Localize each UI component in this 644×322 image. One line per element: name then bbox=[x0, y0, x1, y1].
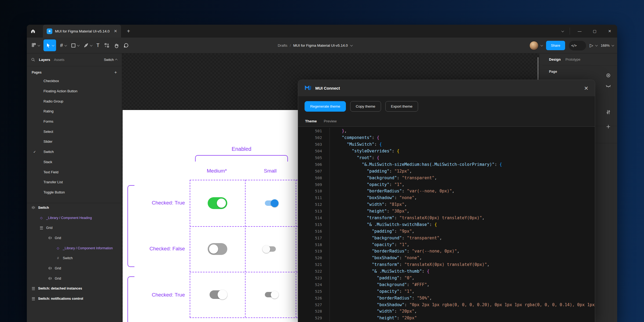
search-icon[interactable] bbox=[31, 58, 35, 62]
code-line: 525 "opacity": "1", bbox=[298, 288, 595, 295]
line-number: 509 bbox=[298, 181, 330, 188]
page-item-label: Switch bbox=[43, 150, 54, 154]
switch-unchecked-small[interactable] bbox=[265, 246, 276, 252]
account-menu[interactable] bbox=[529, 41, 542, 50]
switch-checked-medium-compact[interactable] bbox=[210, 290, 225, 299]
pen-tool-button[interactable] bbox=[81, 39, 94, 51]
page-item[interactable]: Forms bbox=[27, 116, 122, 127]
move-tool-button[interactable] bbox=[43, 39, 56, 51]
breadcrumb-drafts[interactable]: Drafts bbox=[278, 43, 287, 47]
switch-checked-small[interactable] bbox=[265, 292, 276, 297]
page-item[interactable]: Rating bbox=[27, 106, 122, 116]
tab-layers[interactable]: Layers bbox=[39, 58, 50, 62]
zoom-menu[interactable]: 168% bbox=[601, 43, 613, 47]
shape-tool-button[interactable] bbox=[69, 39, 81, 51]
frame-icon bbox=[49, 236, 52, 239]
text-tool-button[interactable]: T bbox=[94, 39, 102, 51]
eye-closed-icon[interactable] bbox=[606, 81, 611, 92]
adjust-sliders-icon[interactable] bbox=[606, 107, 611, 118]
layer-row[interactable]: Grid bbox=[27, 263, 122, 273]
layer-row[interactable]: Grid bbox=[27, 223, 122, 233]
code-text: }, bbox=[330, 129, 347, 133]
page-item[interactable]: Checkbox bbox=[27, 76, 122, 86]
present-menu[interactable]: ▷ bbox=[590, 43, 597, 48]
file-tab-title: MUI for Figma Material UI-v5.14.0 bbox=[55, 29, 109, 33]
window-menu-button[interactable] bbox=[555, 25, 570, 38]
row-label-1: Checked: True bbox=[126, 200, 185, 206]
export-theme-button[interactable]: Export theme bbox=[385, 101, 418, 112]
page-item[interactable]: Slider bbox=[27, 137, 122, 147]
layer-row[interactable]: Switch: notifications control bbox=[27, 294, 122, 304]
code-line: 527 "boxShadow": "0px 2px 1px rgba(0, 0,… bbox=[298, 301, 595, 308]
line-number: 520 bbox=[298, 255, 330, 261]
copy-theme-button[interactable]: Copy theme bbox=[350, 101, 381, 112]
page-item[interactable]: Floating Action Button bbox=[27, 86, 122, 96]
switch-checked-medium[interactable] bbox=[208, 197, 227, 209]
dev-mode-toggle[interactable]: </> bbox=[569, 41, 586, 50]
file-tab[interactable]: ❖ MUI for Figma Material UI-v5.14.0 ✕ bbox=[43, 25, 121, 38]
switch-unchecked-medium[interactable] bbox=[208, 243, 227, 255]
row-group-bracket bbox=[127, 276, 134, 322]
chevron-down-icon bbox=[90, 44, 93, 46]
window-controls: — ▢ ✕ bbox=[555, 25, 617, 38]
add-icon[interactable] bbox=[606, 121, 610, 132]
page-item[interactable]: Toggle Button bbox=[27, 187, 122, 197]
maximize-button[interactable]: ▢ bbox=[587, 25, 602, 38]
page-item[interactable]: Stack bbox=[27, 157, 122, 167]
dialog-close-icon[interactable]: ✕ bbox=[584, 85, 588, 92]
frame-tool-button[interactable]: # bbox=[58, 39, 69, 51]
text-icon: T bbox=[97, 43, 100, 48]
layer-row[interactable]: ◇_Library / Component Heading bbox=[27, 213, 122, 223]
line-number: 519 bbox=[298, 248, 330, 255]
switch-checked-small[interactable] bbox=[265, 200, 276, 206]
page-item[interactable]: Radio Group bbox=[27, 96, 122, 106]
code-line: 508 "background": "transparent", bbox=[298, 174, 595, 181]
layer-row[interactable]: ◇_Library / Component Information bbox=[27, 243, 122, 253]
cursor-icon bbox=[46, 43, 50, 48]
theme-code-editor[interactable]: 501 },502 "components": {503 "MuiSwitch"… bbox=[298, 127, 595, 322]
layer-row[interactable]: #Switch bbox=[27, 253, 122, 263]
page-item[interactable]: Transfer List bbox=[27, 177, 122, 187]
code-text: "& .MuiSwitch-thumb": { bbox=[330, 269, 429, 274]
page-item[interactable]: Select bbox=[27, 126, 122, 137]
tab-preview[interactable]: Preview bbox=[324, 119, 337, 123]
code-text: "height": "38px", bbox=[330, 209, 409, 214]
share-button[interactable]: Share bbox=[546, 41, 565, 50]
code-line: 510 "borderRadius": "var(--none, 0px)", bbox=[298, 188, 595, 195]
layer-row[interactable]: Switch: detached instances bbox=[27, 284, 122, 294]
line-number: 501 bbox=[298, 128, 330, 134]
code-line: 524 "background": "#FFF", bbox=[298, 281, 595, 288]
grid-dashed-line bbox=[190, 180, 190, 317]
breadcrumb-filename[interactable]: MUI for Figma Material UI-v5.14.0 bbox=[293, 43, 348, 47]
layer-row[interactable]: Switch bbox=[27, 203, 122, 213]
page-item[interactable]: ✓Switch bbox=[27, 147, 122, 157]
layer-row[interactable]: Grid bbox=[27, 233, 122, 243]
tab-close-icon[interactable]: ✕ bbox=[114, 29, 117, 34]
layer-row[interactable]: Grid bbox=[27, 273, 122, 284]
auto-layout-icon bbox=[32, 287, 35, 290]
layers-filter[interactable]: Switch bbox=[104, 58, 118, 62]
tab-prototype[interactable]: Prototype bbox=[565, 57, 580, 61]
hand-tool-button[interactable] bbox=[112, 39, 121, 51]
add-page-button[interactable]: + bbox=[114, 70, 117, 75]
column-label-medium: Medium* bbox=[190, 168, 244, 174]
frame-icon bbox=[49, 267, 52, 270]
regenerate-theme-button[interactable]: Regenerate theme bbox=[305, 101, 346, 112]
column-group-bracket bbox=[195, 155, 288, 162]
actions-tool-button[interactable] bbox=[102, 39, 112, 51]
right-panel-rail bbox=[604, 69, 612, 132]
close-button[interactable]: ✕ bbox=[602, 25, 617, 38]
tab-assets[interactable]: Assets bbox=[54, 58, 64, 62]
minimize-button[interactable]: — bbox=[572, 25, 587, 38]
main-menu-button[interactable] bbox=[29, 39, 42, 51]
tab-design[interactable]: Design bbox=[549, 57, 561, 61]
new-tab-button[interactable]: + bbox=[127, 28, 130, 34]
page-item[interactable]: Text Field bbox=[27, 167, 122, 177]
avatar[interactable] bbox=[529, 41, 539, 50]
comment-tool-button[interactable] bbox=[121, 39, 131, 51]
home-button[interactable] bbox=[27, 25, 39, 38]
left-sidebar-header: Layers Assets Switch bbox=[27, 53, 122, 66]
tab-theme[interactable]: Theme bbox=[305, 119, 317, 123]
component-ring-icon[interactable] bbox=[606, 70, 611, 81]
code-line: 523 "padding": "0", bbox=[298, 275, 595, 281]
